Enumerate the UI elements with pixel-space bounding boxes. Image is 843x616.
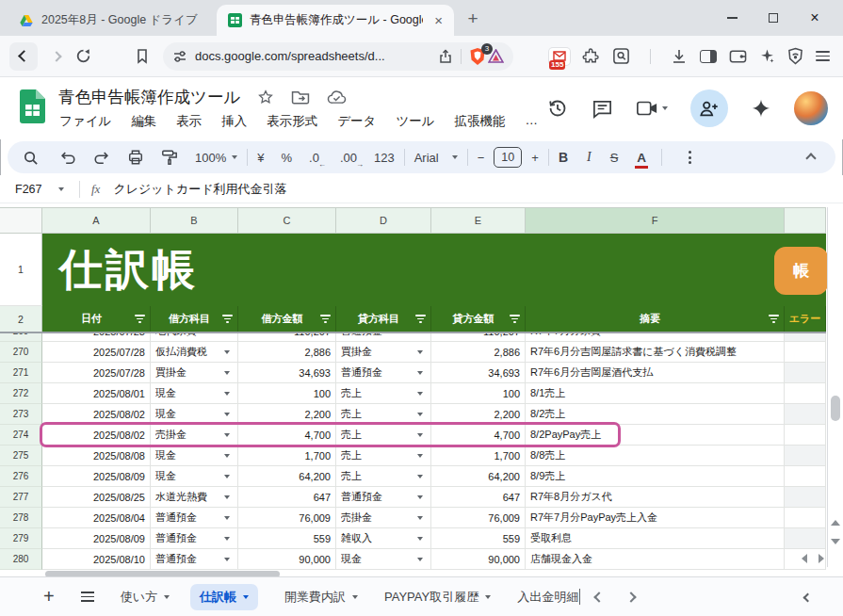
cell-dropdown-icon[interactable] [417, 454, 423, 458]
cell-dropdown-icon[interactable] [417, 475, 423, 478]
row-number[interactable]: 280 [0, 549, 42, 570]
scroll-tabs-right-icon[interactable] [626, 592, 637, 602]
chevron-down-icon[interactable] [352, 595, 358, 599]
close-tab-icon[interactable]: × [434, 12, 443, 28]
font-size-input[interactable]: 10 [494, 147, 522, 168]
cell-date[interactable]: 2025/08/10 [42, 549, 151, 570]
cell-credit-amount[interactable]: 647 [431, 487, 526, 508]
cell-credit-amount[interactable]: 76,009 [431, 508, 526, 528]
share-icon[interactable] [438, 49, 453, 64]
cell-credit-account[interactable]: 普通預金 [336, 363, 431, 383]
text-color-button[interactable]: A [637, 151, 646, 165]
url-text[interactable]: docs.google.com/spreadsheets/d... [195, 49, 438, 63]
more-toolbar-icon[interactable] [689, 151, 691, 164]
cell-dropdown-icon[interactable] [224, 392, 230, 396]
header-cell-memo[interactable]: 摘要 [526, 306, 785, 332]
leo-ai-icon[interactable] [759, 48, 775, 64]
cell-credit-amount[interactable]: 90,000 [431, 549, 526, 570]
cell-memo[interactable]: R7年8月分ガス代 [526, 487, 785, 508]
menu-edit[interactable]: 編集 [128, 111, 159, 132]
header-cell-credit-amount[interactable]: 貸方金額 [431, 306, 526, 332]
cell-memo[interactable]: 8/2PayPay売上 [526, 425, 785, 446]
cell-empty[interactable] [785, 363, 826, 383]
column-header-b[interactable]: B [151, 207, 238, 234]
comments-icon[interactable] [592, 98, 613, 120]
column-header-f[interactable]: F [526, 207, 785, 234]
cell-memo[interactable]: R7年7月分PayPay売上入金 [526, 508, 785, 528]
chevron-down-icon[interactable] [662, 106, 668, 110]
wallet-icon[interactable] [729, 49, 747, 64]
new-tab-button[interactable]: + [460, 6, 486, 32]
chevron-down-icon[interactable] [58, 187, 64, 191]
cell-dropdown-icon[interactable] [224, 537, 230, 541]
sheet-tab-startup-costs[interactable]: 開業費内訳 [284, 589, 358, 606]
cell-dropdown-icon[interactable] [224, 433, 230, 437]
cell-debit-amount[interactable]: 90,000 [238, 549, 336, 570]
menu-file[interactable]: ファイル [57, 111, 114, 132]
header-cell-debit-account[interactable]: 借方科目 [151, 306, 238, 332]
cell-credit-account[interactable]: 現金 [336, 549, 431, 570]
menu-insert[interactable]: 挿入 [219, 111, 250, 132]
cell-empty[interactable] [785, 383, 826, 404]
cell-credit-amount[interactable]: 559 [431, 528, 526, 549]
gmail-extension-icon[interactable]: 155 [549, 48, 570, 65]
star-icon[interactable] [257, 89, 274, 105]
cell-dropdown-icon[interactable] [224, 413, 230, 416]
cell-credit-amount[interactable]: 4,700 [431, 425, 526, 446]
cell-credit-amount[interactable]: 2,886 [431, 342, 526, 363]
account-avatar[interactable] [794, 91, 828, 125]
cell-date[interactable]: 2025/07/28 [42, 363, 151, 383]
banner-button[interactable]: 帳 [774, 247, 828, 295]
filter-icon[interactable] [320, 315, 331, 323]
cell-credit-amount[interactable]: 2,200 [431, 404, 526, 425]
cell-debit-amount[interactable]: 4,700 [238, 425, 336, 446]
cell-date[interactable]: 2025/08/09 [42, 466, 151, 487]
row-number[interactable]: 272 [0, 383, 42, 404]
cell-debit-account[interactable]: 普通預金 [151, 549, 238, 570]
cell-dropdown-icon[interactable] [417, 433, 423, 437]
tab-search-icon[interactable] [612, 47, 630, 65]
cell-credit-account[interactable]: 買掛金 [336, 342, 431, 363]
cell-debit-account[interactable]: 普通預金 [151, 528, 238, 549]
version-history-icon[interactable] [546, 97, 569, 120]
close-window-button[interactable]: × [794, 0, 835, 36]
cell-debit-account[interactable]: 現金 [151, 466, 238, 487]
filter-icon[interactable] [135, 315, 145, 323]
column-header-a[interactable]: A [42, 207, 151, 234]
cell-debit-account[interactable]: 水道光熱費 [151, 487, 238, 508]
scroll-left-icon[interactable] [802, 554, 807, 563]
cell-memo[interactable]: 受取利息 [526, 528, 785, 549]
decrease-decimal-button[interactable]: .0← [309, 151, 319, 165]
minimize-button[interactable] [711, 0, 753, 36]
more-formats-button[interactable]: 123 [374, 151, 395, 165]
row-number[interactable]: 278 [0, 508, 42, 528]
cell-dropdown-icon[interactable] [224, 475, 230, 478]
menu-overflow[interactable]: … [523, 111, 542, 132]
cell-credit-account[interactable]: 普通預金 [336, 333, 431, 342]
cell-date[interactable]: 2025/08/01 [42, 383, 151, 404]
cell-credit-account[interactable]: 売掛金 [336, 508, 431, 528]
cell-date[interactable]: 2025/07/28 [42, 333, 151, 342]
zoom-select[interactable]: 100% [195, 151, 237, 165]
extensions-puzzle-icon[interactable] [582, 47, 600, 65]
row-number[interactable]: 277 [0, 487, 42, 508]
cell-credit-amount[interactable]: 110,207 [431, 333, 526, 342]
cell-dropdown-icon[interactable] [224, 516, 230, 520]
cell-credit-account[interactable]: 普通預金 [336, 487, 431, 508]
cell-credit-account[interactable]: 売上 [336, 404, 431, 425]
cell-credit-amount[interactable]: 34,693 [431, 363, 526, 383]
gemini-icon[interactable] [751, 98, 771, 119]
header-cell-debit-amount[interactable]: 借方金額 [238, 306, 336, 332]
cell-debit-amount[interactable]: 64,200 [238, 466, 336, 487]
cell-date[interactable]: 2025/08/02 [42, 404, 151, 425]
cell-debit-amount[interactable]: 2,200 [238, 404, 336, 425]
header-cell-error[interactable]: エラー [785, 306, 826, 332]
cell-empty[interactable] [785, 508, 826, 528]
maximize-button[interactable] [753, 0, 794, 36]
cell-debit-amount[interactable]: 647 [238, 487, 336, 508]
row-number[interactable]: 275 [0, 446, 42, 466]
select-all-corner[interactable] [0, 207, 42, 234]
hide-menus-icon[interactable] [807, 151, 815, 165]
currency-format-button[interactable]: ¥ [257, 151, 264, 165]
row-number[interactable]: 273 [0, 404, 42, 425]
